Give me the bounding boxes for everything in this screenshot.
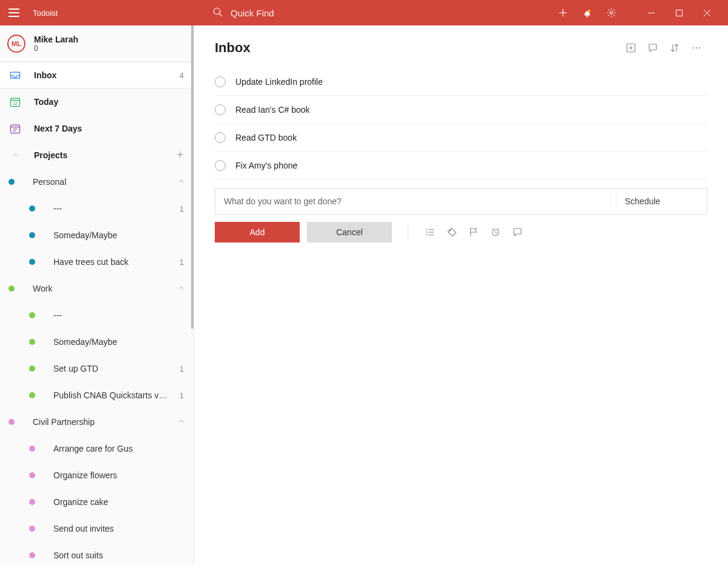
- task-title: Read Ian's C# book: [235, 105, 310, 115]
- project-item[interactable]: Set up GTD1: [0, 355, 194, 382]
- more-icon[interactable]: [686, 39, 707, 57]
- task-checkbox[interactable]: [215, 160, 226, 171]
- schedule-button[interactable]: Schedule: [616, 189, 707, 214]
- add-project-icon[interactable]: [175, 150, 185, 161]
- flag-icon[interactable]: [463, 223, 485, 241]
- svg-point-27: [699, 47, 700, 48]
- task-checkbox[interactable]: [215, 132, 226, 143]
- settings-icon[interactable]: [599, 0, 624, 25]
- project-label: Publish CNAB Quickstarts video walkthrou…: [53, 390, 169, 400]
- next7-icon: [8, 122, 22, 135]
- add-task-input[interactable]: [215, 189, 616, 214]
- project-label: Arrange care for Gus: [53, 444, 133, 453]
- svg-point-30: [426, 235, 428, 236]
- user-row[interactable]: ML Mike Larah 0: [0, 25, 194, 62]
- hamburger-icon[interactable]: [8, 8, 19, 17]
- project-color-dot: [8, 286, 15, 292]
- svg-point-28: [426, 229, 428, 230]
- task-title: Update LinkedIn profile: [235, 77, 323, 87]
- project-color-dot: [29, 232, 35, 238]
- svg-point-26: [696, 47, 697, 48]
- project-label: Civil Partnership: [33, 417, 95, 427]
- project-item[interactable]: Publish CNAB Quickstarts video walkthrou…: [0, 382, 194, 409]
- project-item[interactable]: Work: [0, 275, 194, 302]
- project-item[interactable]: Someday/Maybe: [0, 222, 194, 249]
- tag-icon[interactable]: [441, 223, 463, 241]
- nav-today[interactable]: 12 Today: [0, 89, 194, 115]
- project-color-dot: [29, 392, 35, 398]
- nav-today-label: Today: [34, 97, 58, 107]
- add-task-icon[interactable]: [551, 0, 575, 25]
- avatar: ML: [7, 35, 25, 53]
- project-item[interactable]: Someday/Maybe: [0, 329, 194, 355]
- project-count: 1: [180, 204, 184, 213]
- comment-icon[interactable]: [507, 223, 528, 241]
- add-section-icon[interactable]: [620, 39, 642, 57]
- project-color-dot: [29, 206, 35, 212]
- notifications-icon[interactable]: [575, 0, 599, 25]
- window-minimize-button[interactable]: [637, 3, 665, 22]
- chevron-up-icon[interactable]: [178, 417, 185, 427]
- project-item[interactable]: Organize cake: [0, 489, 194, 515]
- chevron-up-icon[interactable]: [178, 284, 185, 293]
- project-label: Someday/Maybe: [53, 337, 117, 347]
- sidebar: ML Mike Larah 0 Inbox 4 12 Today: [0, 25, 194, 565]
- inbox-icon: [8, 69, 22, 81]
- nav-next7[interactable]: Next 7 Days: [0, 115, 194, 142]
- task-row[interactable]: Read Ian's C# book: [215, 96, 707, 124]
- cancel-button[interactable]: Cancel: [307, 222, 392, 242]
- search-input[interactable]: [229, 7, 387, 19]
- task-row[interactable]: Fix Amy's phone: [215, 152, 707, 179]
- add-task-area: Schedule Add Cancel: [215, 188, 707, 242]
- comments-icon[interactable]: [642, 39, 664, 57]
- list-icon[interactable]: [419, 223, 441, 241]
- project-item[interactable]: Arrange care for Gus: [0, 435, 194, 462]
- topbar: Todoist: [0, 0, 728, 25]
- project-item[interactable]: Have trees cut back1: [0, 249, 194, 275]
- task-row[interactable]: Read GTD book: [215, 124, 707, 152]
- task-list: Update LinkedIn profileRead Ian's C# boo…: [215, 68, 707, 179]
- project-label: Organize flowers: [53, 470, 117, 480]
- project-label: ---: [53, 204, 62, 213]
- project-item[interactable]: ---: [0, 302, 194, 329]
- nav-inbox-label: Inbox: [34, 70, 56, 80]
- nav-inbox-count: 4: [180, 71, 184, 80]
- window-close-button[interactable]: [693, 3, 721, 22]
- window-maximize-button[interactable]: [665, 3, 693, 22]
- project-item[interactable]: Sort out suits: [0, 542, 194, 565]
- project-item[interactable]: Civil Partnership: [0, 409, 194, 435]
- divider: [408, 226, 408, 239]
- project-color-dot: [29, 312, 35, 318]
- project-label: Organize cake: [53, 497, 108, 507]
- svg-point-25: [693, 47, 694, 48]
- svg-line-40: [497, 229, 499, 230]
- project-label: ---: [53, 310, 62, 320]
- task-checkbox[interactable]: [215, 104, 226, 115]
- project-color-dot: [8, 179, 15, 185]
- task-row[interactable]: Update LinkedIn profile: [215, 68, 707, 96]
- search-wrap[interactable]: [212, 7, 387, 19]
- project-list: Personal---1Someday/MaybeHave trees cut …: [0, 169, 194, 565]
- project-color-dot: [29, 552, 35, 558]
- task-title: Fix Amy's phone: [235, 161, 297, 170]
- svg-text:12: 12: [13, 101, 18, 105]
- nav-inbox[interactable]: Inbox 4: [0, 62, 194, 89]
- section-projects[interactable]: Projects: [0, 142, 194, 169]
- chevron-up-icon[interactable]: [178, 177, 185, 187]
- sort-icon[interactable]: [664, 39, 686, 57]
- section-projects-label: Projects: [34, 150, 67, 160]
- add-button[interactable]: Add: [215, 222, 300, 242]
- project-item[interactable]: ---1: [0, 195, 194, 222]
- project-item[interactable]: Send out invites: [0, 515, 194, 542]
- project-item[interactable]: Organize flowers: [0, 462, 194, 489]
- nav-next7-label: Next 7 Days: [34, 124, 82, 133]
- project-item[interactable]: Personal: [0, 169, 194, 195]
- svg-point-29: [426, 232, 428, 233]
- app-title: Todoist: [33, 8, 58, 18]
- project-color-dot: [29, 339, 35, 345]
- task-checkbox[interactable]: [215, 76, 226, 87]
- project-count: 1: [180, 364, 184, 373]
- search-icon: [212, 7, 223, 19]
- reminder-icon[interactable]: [485, 223, 507, 241]
- schedule-label: Schedule: [625, 196, 660, 206]
